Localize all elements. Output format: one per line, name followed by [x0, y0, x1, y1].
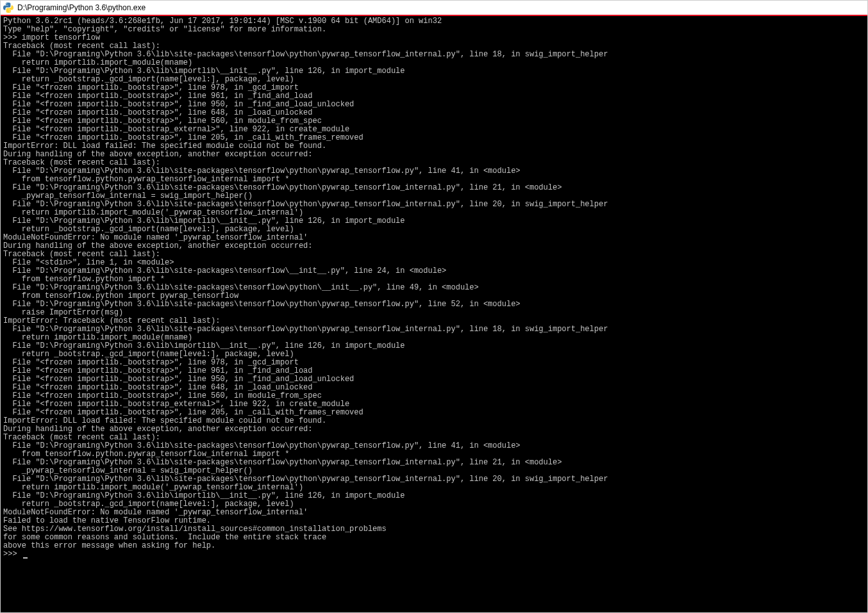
window-title: D:\Programing\Python 3.6\python.exe: [17, 3, 865, 12]
console-line: Type "help", "copyright", "credits" or "…: [3, 26, 865, 34]
console-window: D:\Programing\Python 3.6\python.exe Pyth…: [0, 0, 868, 613]
console-output[interactable]: Python 3.6.2rc1 (heads/3.6:268e1fb, Jun …: [1, 16, 867, 612]
cursor: [23, 557, 28, 559]
titlebar[interactable]: D:\Programing\Python 3.6\python.exe: [1, 1, 867, 16]
console-line: >>>: [3, 550, 865, 559]
console-line: File "D:\Programing\Python 3.6\lib\site-…: [3, 300, 865, 309]
python-icon: [3, 3, 13, 13]
console-line: above this error message when asking for…: [3, 542, 865, 550]
